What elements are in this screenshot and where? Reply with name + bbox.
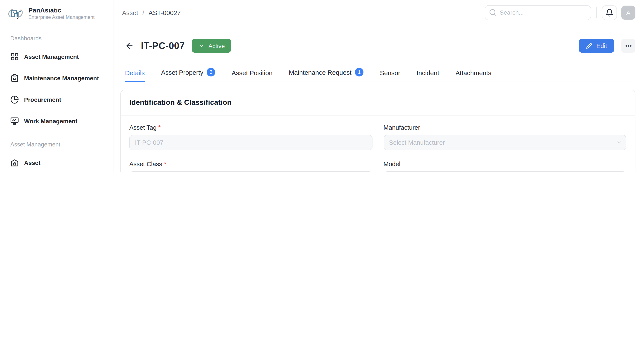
clipboard-chart-icon bbox=[10, 74, 19, 82]
search-input[interactable] bbox=[484, 5, 591, 20]
status-badge: Active bbox=[208, 42, 225, 49]
model-field: Model bbox=[384, 161, 626, 172]
manufacturer-select[interactable] bbox=[384, 135, 626, 151]
field-label: Asset Class* bbox=[129, 161, 372, 168]
tab-sensor[interactable]: Sensor bbox=[380, 66, 400, 82]
breadcrumb-separator: / bbox=[142, 9, 144, 16]
asset-class-field: Asset Class* bbox=[129, 161, 372, 172]
pie-chart-icon bbox=[10, 95, 19, 104]
tab-bar: Details Asset Property 3 Asset Position … bbox=[120, 62, 636, 82]
field-label: Model bbox=[384, 161, 626, 168]
warehouse-icon bbox=[10, 158, 19, 167]
sidebar-section-dashboards: Dashboards bbox=[0, 35, 113, 42]
chevron-down-icon bbox=[198, 42, 204, 49]
card-title: Identification & Classification bbox=[121, 90, 635, 116]
sidebar-section-asset-management: Asset Management bbox=[0, 141, 113, 148]
brand-name: PanAsiatic bbox=[28, 6, 94, 14]
sidebar-nav: Dashboards Asset Management Maintenance … bbox=[0, 35, 113, 172]
topbar: Asset / AST-00027 A bbox=[114, 0, 644, 25]
topbar-right: A bbox=[484, 5, 636, 20]
avatar[interactable]: A bbox=[621, 5, 636, 19]
arrow-left-icon bbox=[125, 41, 134, 50]
ellipsis-icon bbox=[624, 42, 632, 50]
field-label: Manufacturer bbox=[384, 124, 626, 131]
tab-details[interactable]: Details bbox=[125, 66, 145, 82]
field-label: Asset Tag* bbox=[129, 124, 372, 131]
sidebar-item-label: Maintenance Management bbox=[24, 75, 99, 82]
back-button[interactable] bbox=[125, 41, 134, 50]
required-marker: * bbox=[164, 161, 166, 168]
notifications-button[interactable] bbox=[602, 5, 617, 20]
breadcrumb-parent[interactable]: Asset bbox=[122, 9, 138, 16]
sidebar-item-procurement-dashboard[interactable]: Procurement bbox=[0, 89, 113, 110]
monitor-chart-icon bbox=[10, 117, 19, 125]
required-marker: * bbox=[158, 124, 161, 131]
identification-classification-card: Identification & Classification Asset Ta… bbox=[120, 90, 636, 172]
more-actions-button[interactable] bbox=[621, 39, 636, 53]
tab-maintenance-request[interactable]: Maintenance Request 1 bbox=[289, 65, 364, 82]
asset-tag-field: Asset Tag* bbox=[129, 124, 372, 151]
brand-text: PanAsiatic Enterprise Asset Management bbox=[28, 6, 94, 21]
asset-class-select[interactable] bbox=[129, 172, 352, 172]
sidebar-item-label: Work Management bbox=[24, 118, 77, 125]
status-dropdown-button[interactable]: Active bbox=[192, 39, 231, 53]
breadcrumb: Asset / AST-00027 bbox=[122, 9, 181, 16]
tab-label: Maintenance Request bbox=[289, 69, 352, 76]
app-window: PanAsiatic Enterprise Asset Management D… bbox=[0, 0, 644, 172]
tab-label: Asset Position bbox=[232, 69, 272, 77]
search-icon bbox=[489, 8, 497, 16]
page-content: IT-PC-007 Active Edit bbox=[114, 25, 644, 172]
tab-attachments[interactable]: Attachments bbox=[456, 66, 492, 82]
tab-asset-position[interactable]: Asset Position bbox=[232, 66, 272, 82]
asset-tag-input[interactable] bbox=[129, 135, 372, 151]
sidebar-item-label: Procurement bbox=[24, 96, 61, 103]
panasiatic-logo-icon bbox=[7, 7, 24, 20]
tab-label: Incident bbox=[417, 69, 439, 77]
page-title: IT-PC-007 bbox=[141, 40, 185, 51]
edit-button[interactable]: Edit bbox=[579, 39, 614, 53]
sidebar-item-asset-management-dashboard[interactable]: Asset Management bbox=[0, 46, 113, 67]
tab-badge: 1 bbox=[355, 68, 364, 77]
tab-label: Attachments bbox=[456, 69, 492, 77]
sidebar-item-label: Asset bbox=[24, 159, 40, 166]
tab-label: Sensor bbox=[380, 69, 400, 77]
sidebar: PanAsiatic Enterprise Asset Management D… bbox=[0, 0, 114, 172]
tab-label: Details bbox=[125, 69, 145, 77]
sidebar-item-work-management-dashboard[interactable]: Work Management bbox=[0, 110, 113, 132]
brand[interactable]: PanAsiatic Enterprise Asset Management bbox=[0, 0, 113, 25]
sidebar-item-label: Asset Management bbox=[24, 53, 79, 60]
tab-badge: 3 bbox=[207, 68, 215, 77]
bell-icon bbox=[605, 8, 614, 16]
pencil-icon bbox=[586, 42, 592, 49]
sidebar-item-maintenance-management-dashboard[interactable]: Maintenance Management bbox=[0, 67, 113, 89]
tab-asset-property[interactable]: Asset Property 3 bbox=[161, 65, 216, 82]
search-box bbox=[484, 5, 591, 20]
tab-incident[interactable]: Incident bbox=[417, 66, 439, 82]
tab-label: Asset Property bbox=[161, 69, 204, 76]
asset-class-open-button[interactable] bbox=[352, 172, 372, 172]
brand-tagline: Enterprise Asset Management bbox=[28, 14, 94, 21]
sidebar-item-asset[interactable]: Asset bbox=[0, 152, 113, 172]
card-body: Asset Tag* Manufacturer bbox=[121, 116, 635, 172]
model-select[interactable] bbox=[384, 172, 626, 172]
breadcrumb-current: AST-00027 bbox=[148, 9, 181, 16]
main-area: Asset / AST-00027 A bbox=[114, 0, 644, 172]
edit-button-label: Edit bbox=[596, 42, 607, 49]
layout-grid-icon bbox=[10, 52, 19, 61]
manufacturer-field: Manufacturer bbox=[384, 124, 626, 151]
topbar-divider bbox=[596, 7, 597, 18]
title-row: IT-PC-007 Active Edit bbox=[120, 25, 636, 62]
